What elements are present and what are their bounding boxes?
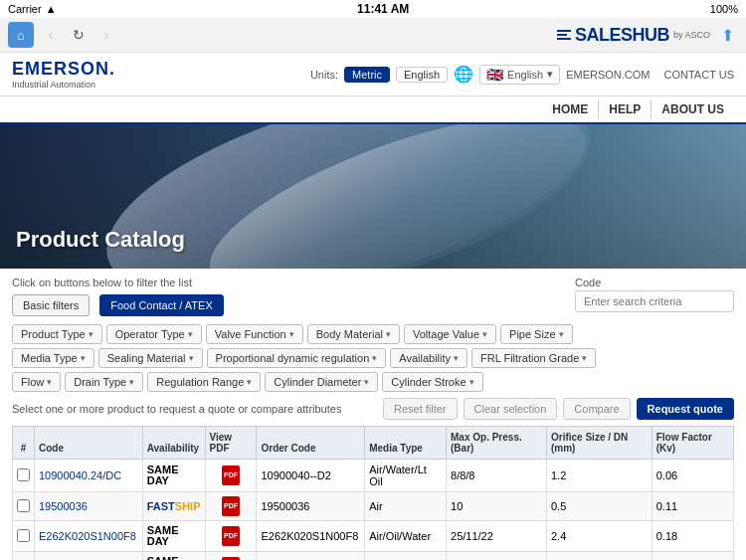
code-link[interactable]: 19500036 — [39, 500, 88, 512]
pdf-icon[interactable]: PDF — [222, 526, 240, 546]
main-content: Click on buttons below to filter the lis… — [0, 269, 746, 560]
code-link[interactable]: E262K020S1N00F8 — [39, 530, 136, 542]
row-checkbox-cell — [13, 460, 35, 492]
chevron-down-icon: ▾ — [372, 353, 377, 363]
frl-filter[interactable]: FRL Filtration Grade ▾ — [471, 348, 596, 368]
sameday-badge: SAMEDAY — [147, 525, 201, 547]
action-buttons: Reset filter Clear selection Compare Req… — [383, 398, 734, 420]
row-pdf: PDF — [205, 521, 257, 552]
th-media-type: Media Type — [365, 427, 447, 460]
reset-filter-button[interactable]: Reset filter — [383, 398, 458, 420]
pdf-icon[interactable]: PDF — [222, 496, 240, 516]
body-material-filter[interactable]: Body Material ▾ — [307, 324, 400, 344]
filter-row-2: Media Type ▾ Sealing Material ▾ Proporti… — [12, 348, 734, 368]
browser-forward-button[interactable]: › — [95, 24, 117, 46]
emerson-brand-name: EMERSON. — [12, 59, 115, 80]
media-type-label: Media Type — [21, 352, 78, 364]
food-contact-button[interactable]: Food Contact / ATEX — [99, 294, 224, 316]
chevron-down-icon: ▾ — [89, 329, 93, 339]
status-left: Carrier ▲ — [8, 3, 57, 15]
valve-function-filter[interactable]: Valve Function ▾ — [206, 324, 303, 344]
operator-type-filter[interactable]: Operator Type ▾ — [106, 324, 202, 344]
second-nav: HOME HELP ABOUT US — [0, 96, 746, 124]
chevron-down-icon: ▾ — [47, 377, 52, 387]
contact-us-link[interactable]: CONTACT US — [664, 69, 735, 81]
cylinder-stroke-filter[interactable]: Cylinder Stroke ▾ — [382, 372, 482, 392]
help-link[interactable]: HELP — [598, 100, 651, 118]
code-search-input[interactable] — [575, 290, 734, 312]
availability-filter[interactable]: Availability ▾ — [390, 348, 467, 368]
chevron-down-icon: ▾ — [129, 377, 134, 387]
filter-row-3: Flow ▾ Drain Type ▾ Regulation Range ▾ C… — [12, 372, 734, 392]
saleshub-logo-text: SALESHUB — [575, 25, 669, 46]
units-row: Units: Metric English 🌐 🇬🇧 English ▾ EME… — [310, 65, 734, 85]
row-availability: SAMEDAY — [142, 521, 205, 552]
media-type-filter[interactable]: Media Type ▾ — [12, 348, 94, 368]
row-checkbox[interactable] — [17, 468, 30, 481]
row-checkbox[interactable] — [17, 499, 30, 512]
filter-instruction: Click on buttons below to filter the lis… — [12, 277, 224, 288]
home-link[interactable]: HOME — [542, 100, 598, 118]
pdf-icon[interactable]: PDF — [222, 466, 240, 485]
basic-filters-button[interactable]: Basic filters — [12, 294, 90, 316]
browser-home-button[interactable]: ⌂ — [8, 22, 34, 48]
row-order-code: E262K020S1N00FL — [257, 552, 365, 561]
wifi-icon: ▲ — [46, 3, 57, 15]
cylinder-diameter-filter[interactable]: Cylinder Diameter ▾ — [265, 372, 378, 392]
home-icon: ⌂ — [17, 28, 25, 43]
drain-type-label: Drain Type — [74, 376, 126, 388]
hero-banner: Product Catalog — [0, 124, 746, 269]
language-selector[interactable]: 🇬🇧 English ▾ — [479, 65, 560, 85]
drain-type-filter[interactable]: Drain Type ▾ — [65, 372, 143, 392]
clear-selection-button[interactable]: Clear selection — [464, 398, 558, 420]
sealing-material-filter[interactable]: Sealing Material ▾ — [98, 348, 203, 368]
sameday-badge: SAMEDAY — [147, 556, 201, 560]
table-row: E262K020S1N00F8SAMEDAYPDFE262K020S1N00F8… — [13, 521, 734, 552]
voltage-value-filter[interactable]: Voltage Value ▾ — [404, 324, 496, 344]
about-us-link[interactable]: ABOUT US — [651, 100, 734, 118]
row-pdf: PDF — [205, 552, 257, 561]
pipe-size-filter[interactable]: Pipe Size ▾ — [500, 324, 572, 344]
row-orifice-size: 0.5 — [546, 492, 652, 521]
share-button[interactable]: ⬆ — [716, 24, 738, 46]
chevron-down-icon: ▾ — [364, 377, 369, 387]
row-media-type: Air — [365, 492, 447, 521]
browser-refresh-button[interactable]: ↻ — [68, 24, 90, 46]
browser-back-button[interactable]: ‹ — [40, 24, 62, 46]
top-nav: EMERSON. Industrial Automation Units: Me… — [0, 53, 746, 96]
row-orifice-size: 1.2 — [546, 460, 652, 492]
row-availability: FASTSHIP — [142, 492, 205, 521]
flow-filter[interactable]: Flow ▾ — [12, 372, 61, 392]
sameday-badge: SAMEDAY — [147, 465, 201, 486]
row-checkbox[interactable] — [17, 529, 30, 542]
product-type-filter[interactable]: Product Type ▾ — [12, 324, 102, 344]
chevron-down-icon: ▾ — [189, 353, 194, 363]
row-flow-factor: 0.06 — [652, 460, 733, 492]
th-max-press: Max Op. Press. (Bar) — [447, 427, 547, 460]
chevron-down-icon: ▾ — [482, 329, 487, 339]
compare-button[interactable]: Compare — [563, 398, 630, 420]
row-availability: SAMEDAY — [142, 552, 205, 561]
logo-lines-icon — [557, 30, 571, 40]
row-max-press: 8/8/8 — [447, 460, 547, 492]
proportional-filter[interactable]: Proportional dynamic regulation ▾ — [207, 348, 387, 368]
row-max-press: 25/11/22 — [447, 521, 547, 552]
chevron-down-icon: ▾ — [582, 353, 587, 363]
row-flow-factor: 0.11 — [652, 492, 733, 521]
body-material-label: Body Material — [316, 328, 383, 340]
row-max-press: 25/11/22 — [447, 552, 547, 561]
logo-by-asco: by ASCO — [673, 30, 710, 40]
th-availability: Availability — [142, 427, 205, 460]
regulation-range-label: Regulation Range — [156, 376, 244, 388]
metric-button[interactable]: Metric — [344, 67, 390, 83]
english-button[interactable]: English — [396, 67, 448, 83]
select-info: Select one or more product to request a … — [12, 403, 341, 415]
emerson-com-link[interactable]: EMERSON.COM — [566, 69, 650, 81]
regulation-range-filter[interactable]: Regulation Range ▾ — [147, 372, 261, 392]
voltage-value-label: Voltage Value — [413, 328, 479, 340]
filter-basic-row: Basic filters Food Contact / ATEX — [12, 294, 224, 316]
row-checkbox-cell — [13, 492, 35, 521]
code-link[interactable]: 10900040.24/DC — [39, 469, 121, 481]
top-nav-right: Units: Metric English 🌐 🇬🇧 English ▾ EME… — [310, 65, 734, 85]
request-quote-button[interactable]: Request quote — [637, 398, 734, 420]
